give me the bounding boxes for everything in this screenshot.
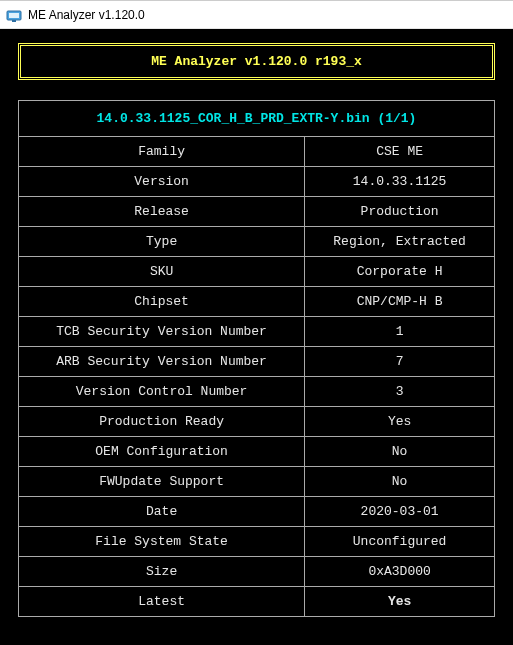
table-row: SKUCorporate H: [19, 257, 495, 287]
row-label: SKU: [19, 257, 305, 287]
row-value: CNP/CMP-H B: [305, 287, 495, 317]
table-row: Date2020-03-01: [19, 497, 495, 527]
row-label: Production Ready: [19, 407, 305, 437]
table-row: Version14.0.33.1125: [19, 167, 495, 197]
app-icon: [6, 7, 22, 23]
row-label: Chipset: [19, 287, 305, 317]
row-value: 14.0.33.1125: [305, 167, 495, 197]
table-row: TCB Security Version Number1: [19, 317, 495, 347]
row-label: Version: [19, 167, 305, 197]
table-row: LatestYes: [19, 587, 495, 617]
row-label: Date: [19, 497, 305, 527]
row-label: Version Control Number: [19, 377, 305, 407]
row-value: Region, Extracted: [305, 227, 495, 257]
table-row: ChipsetCNP/CMP-H B: [19, 287, 495, 317]
row-label: Latest: [19, 587, 305, 617]
report-table: 14.0.33.1125_COR_H_B_PRD_EXTR-Y.bin (1/1…: [18, 100, 495, 617]
table-row: File System StateUnconfigured: [19, 527, 495, 557]
table-row: ReleaseProduction: [19, 197, 495, 227]
row-value: Unconfigured: [305, 527, 495, 557]
app-window: ME Analyzer v1.120.0 ME Analyzer v1.120.…: [0, 0, 513, 645]
table-row: Production ReadyYes: [19, 407, 495, 437]
row-value: CSE ME: [305, 137, 495, 167]
row-value: 7: [305, 347, 495, 377]
file-header: 14.0.33.1125_COR_H_B_PRD_EXTR-Y.bin (1/1…: [19, 101, 495, 137]
table-row: OEM ConfigurationNo: [19, 437, 495, 467]
row-value: 1: [305, 317, 495, 347]
row-label: File System State: [19, 527, 305, 557]
row-value: 0xA3D000: [305, 557, 495, 587]
report-body: FamilyCSE MEVersion14.0.33.1125ReleasePr…: [19, 137, 495, 617]
row-label: Family: [19, 137, 305, 167]
row-value: No: [305, 467, 495, 497]
titlebar[interactable]: ME Analyzer v1.120.0: [0, 1, 513, 29]
row-label: OEM Configuration: [19, 437, 305, 467]
row-label: TCB Security Version Number: [19, 317, 305, 347]
row-label: Size: [19, 557, 305, 587]
table-row: Version Control Number3: [19, 377, 495, 407]
svg-rect-1: [9, 13, 19, 18]
svg-rect-2: [12, 20, 16, 22]
table-row: TypeRegion, Extracted: [19, 227, 495, 257]
table-row: FamilyCSE ME: [19, 137, 495, 167]
row-value: 2020-03-01: [305, 497, 495, 527]
row-label: FWUpdate Support: [19, 467, 305, 497]
row-value: 3: [305, 377, 495, 407]
table-row: FWUpdate SupportNo: [19, 467, 495, 497]
row-value: Production: [305, 197, 495, 227]
row-value: Yes: [305, 587, 495, 617]
table-row: ARB Security Version Number7: [19, 347, 495, 377]
window-title: ME Analyzer v1.120.0: [28, 8, 145, 22]
row-label: Type: [19, 227, 305, 257]
row-value: Corporate H: [305, 257, 495, 287]
row-value: No: [305, 437, 495, 467]
console-area: ME Analyzer v1.120.0 r193_x 14.0.33.1125…: [0, 29, 513, 645]
table-row: Size0xA3D000: [19, 557, 495, 587]
row-label: Release: [19, 197, 305, 227]
row-value: Yes: [305, 407, 495, 437]
banner: ME Analyzer v1.120.0 r193_x: [18, 43, 495, 80]
row-label: ARB Security Version Number: [19, 347, 305, 377]
